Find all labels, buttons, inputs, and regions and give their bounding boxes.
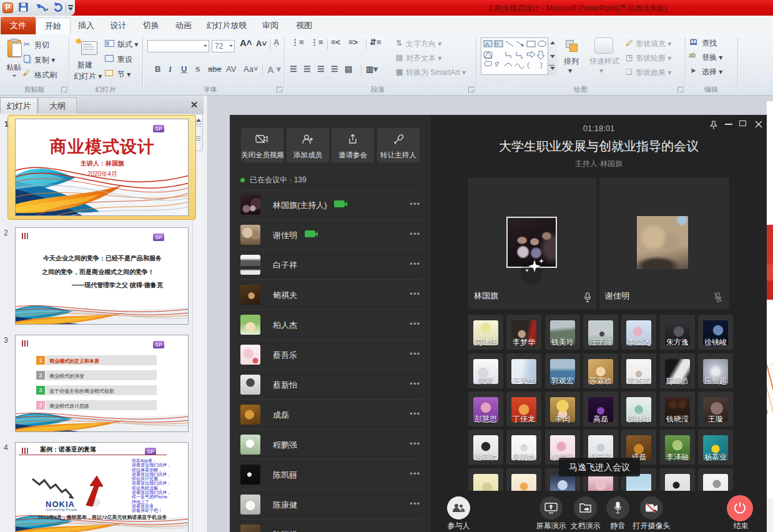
svg-text:A: A (485, 41, 489, 47)
